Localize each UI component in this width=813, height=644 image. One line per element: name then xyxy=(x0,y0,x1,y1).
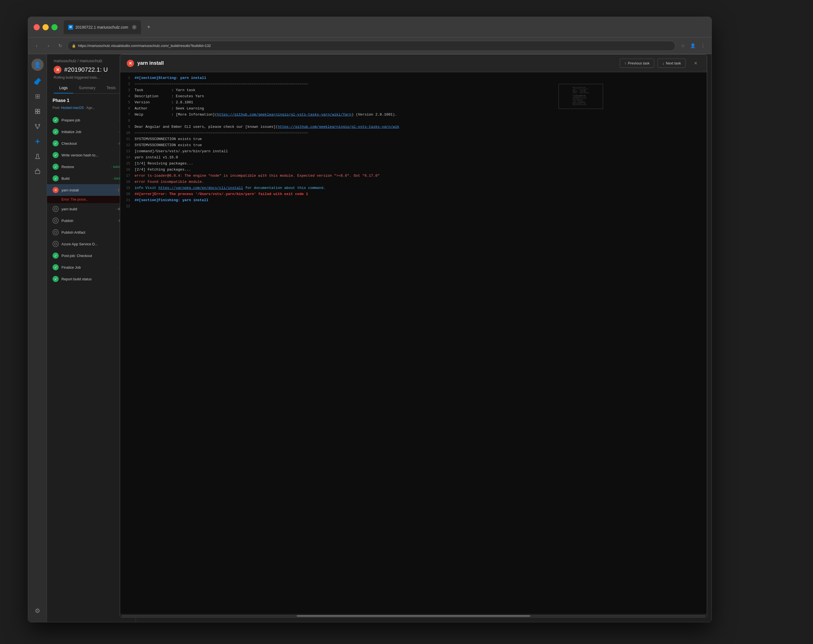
line-number: 18 xyxy=(120,179,135,185)
line-number: 4 xyxy=(120,93,135,99)
svg-point-12 xyxy=(55,243,57,245)
breadcrumb-org: mariusschulz xyxy=(54,59,77,63)
user-avatar[interactable]: 👤 xyxy=(31,59,44,71)
sidebar-item-repos[interactable] xyxy=(31,120,44,133)
log-line-22: 22 xyxy=(120,203,707,210)
task-status-skipped-icon xyxy=(52,206,59,212)
line-content: [1/4] Resolving packages... xyxy=(135,161,703,167)
log-line-19: 19 info Visit https://yarnpkg.com/en/doc… xyxy=(120,185,707,191)
back-button[interactable]: ‹ xyxy=(32,42,41,50)
address-bar[interactable]: 🔒 https://mariusschulz.visualstudio.com/… xyxy=(67,41,675,51)
task-status-success-icon: ✓ xyxy=(52,140,59,147)
task-label: Publish Artifact xyxy=(61,230,118,234)
sidebar-item-pipelines[interactable] xyxy=(31,135,44,148)
line-content: [command]/Users/vsts/.yarn/bin/yarn inst… xyxy=(135,148,703,154)
close-window-button[interactable] xyxy=(34,24,40,30)
log-line-7: 7 Help : [More Information](https://gith… xyxy=(120,112,707,118)
task-label: Restore xyxy=(61,165,107,169)
log-thumbnail: ##[section]Starting ====================… xyxy=(558,93,603,109)
log-line-8: 8 xyxy=(120,118,707,124)
favicon-letter: M xyxy=(69,26,72,29)
sidebar-item-work[interactable] xyxy=(31,105,44,118)
svg-rect-3 xyxy=(38,112,40,114)
svg-rect-8 xyxy=(35,171,40,174)
task-status-success-icon: ✓ xyxy=(52,264,59,270)
svg-rect-0 xyxy=(35,109,37,111)
menu-button[interactable]: ⋮ xyxy=(699,42,707,50)
log-line-14: 14 yarn install v1.16.0 xyxy=(120,154,707,161)
line-content: error ts-loader@6.0.4: The engine "node"… xyxy=(135,173,703,179)
line-content: Help : [More Information](https://github… xyxy=(135,112,703,118)
log-line-5: 5 Version : 2.8.1001 xyxy=(120,99,707,106)
task-label: Finalize Job xyxy=(61,265,115,269)
line-number: 13 xyxy=(120,148,135,154)
maximize-window-button[interactable] xyxy=(51,24,58,30)
forward-button[interactable]: › xyxy=(44,42,52,50)
line-content: Author : Geek Learning xyxy=(135,106,703,112)
task-label: Checkout xyxy=(61,141,113,145)
task-label: Prepare job xyxy=(61,118,115,122)
svg-rect-2 xyxy=(35,112,37,114)
browser-tab[interactable]: M 20190722.1 mariusschulz.com × xyxy=(64,20,141,34)
line-number: 12 xyxy=(120,142,135,148)
main-panel: mariusschulz / mariusschulz ✕ #20190722.… xyxy=(47,54,712,622)
sidebar-item-artifacts[interactable] xyxy=(31,165,44,178)
log-scrollbar[interactable] xyxy=(120,614,707,617)
line-number: 16 xyxy=(120,167,135,172)
task-status-skipped-icon xyxy=(52,241,59,247)
bookmark-button[interactable]: ☆ xyxy=(679,42,687,50)
browser-nav: ‹ › ↻ 🔒 https://mariusschulz.visualstudi… xyxy=(28,38,712,54)
task-status-success-icon: ✓ xyxy=(52,276,59,282)
log-line-21: 21 ##[section]Finishing: yarn install xyxy=(120,197,707,203)
line-number: 11 xyxy=(120,136,135,142)
tab-favicon: M xyxy=(68,25,73,30)
minimize-window-button[interactable] xyxy=(43,24,49,30)
task-status-success-icon: ✓ xyxy=(52,252,59,259)
log-line-11: 11 SYSTEMVSSCONNECTION exists true xyxy=(120,136,707,142)
task-status-error-icon: ✕ xyxy=(52,187,59,193)
line-number: 5 xyxy=(120,100,135,105)
line-number: 21 xyxy=(120,197,135,203)
tab-summary[interactable]: Summary xyxy=(73,83,101,93)
line-number: 14 xyxy=(120,155,135,160)
svg-point-10 xyxy=(55,219,57,222)
tab-tests[interactable]: Tests xyxy=(101,83,121,93)
pool-link[interactable]: Hosted macOS xyxy=(61,106,84,110)
svg-point-5 xyxy=(38,124,40,125)
scrollbar-thumb[interactable] xyxy=(297,615,531,617)
log-content[interactable]: 1 ##[section]Starting: yarn install 2 ==… xyxy=(120,93,707,614)
pool-extra: · Age... xyxy=(84,106,95,110)
url-text: https://mariusschulz.visualstudio.com/ma… xyxy=(78,44,211,48)
sidebar-item-test[interactable] xyxy=(31,150,44,163)
task-label: yarn install xyxy=(61,188,112,192)
line-content: Description : Executes Yarn xyxy=(135,93,703,99)
scrollbar-track[interactable] xyxy=(121,615,706,617)
svg-point-9 xyxy=(55,208,57,210)
task-label: Initialize Job xyxy=(61,130,115,134)
build-id: #20190722.1: U xyxy=(64,66,108,73)
tab-title: 20190722.1 mariusschulz.com xyxy=(75,25,128,29)
new-tab-button[interactable]: + xyxy=(144,23,153,32)
lock-icon: 🔒 xyxy=(72,44,76,48)
line-content: SYSTEMVSSCONNECTION exists true xyxy=(135,142,703,148)
account-button[interactable]: 👤 xyxy=(689,42,697,50)
sidebar-item-settings[interactable]: ⚙ xyxy=(31,604,44,618)
build-status-error-icon: ✕ xyxy=(54,66,61,73)
sidebar-item-azure-devops[interactable] xyxy=(31,75,44,88)
tab-logs[interactable]: Logs xyxy=(54,83,73,93)
task-status-skipped-icon xyxy=(52,217,59,224)
line-content: SYSTEMVSSCONNECTION exists true xyxy=(135,136,703,142)
line-content: error Found incompatible module. xyxy=(135,179,703,185)
line-number: 15 xyxy=(120,161,135,166)
line-number: 8 xyxy=(120,118,135,123)
reload-button[interactable]: ↻ xyxy=(56,42,64,50)
nav-actions: ☆ 👤 ⋮ xyxy=(679,42,707,50)
log-line-10: 10 =====================================… xyxy=(120,130,707,136)
sidebar-item-home[interactable]: ⊞ xyxy=(31,90,44,103)
log-line-20: 20 ##[error]Error: The process '/Users/v… xyxy=(120,191,707,197)
tab-close-button[interactable]: × xyxy=(132,25,137,29)
log-line-13: 13 [command]/Users/vsts/.yarn/bin/yarn i… xyxy=(120,148,707,154)
svg-point-6 xyxy=(37,127,38,128)
log-line-6: 6 Author : Geek Learning xyxy=(120,106,707,112)
line-number: 9 xyxy=(120,124,135,130)
